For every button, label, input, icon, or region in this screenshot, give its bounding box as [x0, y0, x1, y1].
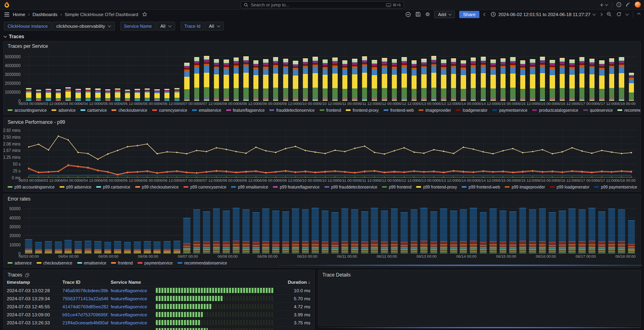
legend-item[interactable]: p99 frontend-web — [462, 185, 500, 189]
cell-trace-id-link[interactable]: b91ce47d753709695f1d... — [62, 312, 108, 317]
cell-trace-id-link[interactable]: 41474d0769d85ee2828... — [62, 304, 108, 309]
dashboard-insights-icon[interactable] — [405, 12, 411, 17]
legend-item[interactable]: loadgenerator — [456, 108, 487, 113]
cell-service-name-link[interactable]: featureflagservice — [111, 288, 153, 293]
legend-item[interactable]: accountingservice — [8, 108, 47, 113]
time-range-picker[interactable]: 2024-06-02 12:01:51 to 2024-06-18 11:27:… — [491, 12, 595, 17]
table-row[interactable]: 2024-07-03 13:02:28745a59078cbdeec39b7..… — [4, 286, 314, 294]
legend-item[interactable]: p99 currencyservice — [184, 185, 226, 189]
y-axis-label: 2.08 mins — [3, 141, 21, 146]
legend-item[interactable]: p99 checkoutservice — [135, 185, 179, 189]
legend-item[interactable]: frontend-proxy — [346, 108, 378, 113]
legend-item[interactable]: p99 emailservice — [231, 185, 268, 189]
help-icon[interactable]: ? — [616, 2, 621, 7]
cell-service-name-link[interactable]: featureflagservice — [111, 296, 153, 301]
bar-segment-frontend-proxy — [155, 93, 160, 98]
time-shift-forward-icon[interactable] — [600, 13, 602, 16]
chart-plot-area[interactable] — [24, 204, 636, 254]
bar-segment-recommendationservice — [411, 209, 418, 241]
legend-item[interactable]: adservice — [8, 261, 32, 265]
legend-item[interactable]: quoteservice — [583, 108, 613, 113]
time-shift-back-icon[interactable] — [484, 13, 486, 16]
breadcrumb-home[interactable]: Home — [13, 12, 25, 17]
legend-item[interactable]: p99 adservice — [60, 185, 91, 189]
legend-item[interactable]: adservice — [52, 108, 76, 113]
legend-item[interactable]: emailservice — [77, 261, 107, 265]
legend-item[interactable]: p99 frontend-proxy — [416, 185, 457, 189]
legend-item[interactable]: productcatalogservice — [532, 108, 578, 113]
variable-value-dropdown[interactable]: All — [205, 22, 224, 31]
column-header-duration[interactable]: Duration↓ — [277, 280, 310, 285]
legend-item[interactable]: frontend — [320, 108, 341, 113]
dashboard-settings-gear-icon[interactable]: ⚙ — [425, 11, 430, 17]
grafana-logo[interactable] — [3, 1, 10, 8]
cell-trace-id-link[interactable]: 75563771413a22a54618... — [62, 296, 108, 301]
legend-item[interactable]: emailservice — [192, 108, 221, 113]
x-axis-label: 06/10 00:00 — [297, 101, 317, 106]
legend-item[interactable]: p99 cartservice — [96, 185, 130, 189]
panel-title[interactable]: Trace Details — [318, 270, 640, 279]
panel-title[interactable]: Error rates — [4, 194, 640, 203]
legend-item[interactable]: frontend — [111, 261, 133, 265]
legend-item[interactable]: p99 frauddetectionservice — [324, 185, 378, 189]
variable-value-dropdown[interactable]: All — [156, 22, 175, 31]
favorite-star-icon[interactable] — [142, 12, 147, 17]
legend-item[interactable]: recommendationservice — [617, 108, 640, 113]
refresh-icon[interactable] — [616, 12, 621, 17]
legend-item[interactable]: cartservice — [80, 108, 107, 113]
table-row[interactable]: 2024-07-03 13:09:00b91ce47d753709695f1d.… — [4, 310, 314, 318]
panel-links-icon[interactable] — [25, 273, 29, 277]
legend-item[interactable]: p99 paymentservice — [594, 185, 637, 189]
cell-trace-id-link[interactable]: 745a59078cbdeec39b7... — [62, 288, 108, 293]
legend-item[interactable]: checkoutservice — [37, 261, 72, 265]
legend-item[interactable]: p99 loadgenerator — [550, 185, 589, 189]
news-icon[interactable] — [625, 2, 631, 7]
legend-item[interactable]: imageprovider — [419, 108, 451, 113]
table-row[interactable]: 2024-07-03 13:26:3321ff4a0ceeaeb4fd90af0… — [4, 318, 314, 326]
y-axis-label: 50000 — [9, 207, 21, 211]
legend-item[interactable]: checkoutservice — [111, 108, 147, 113]
legend-item[interactable]: frauddetectionservice — [269, 108, 314, 113]
share-button[interactable]: Share — [459, 11, 480, 18]
legend-item[interactable]: p99 featureflagservice — [273, 185, 319, 189]
panel-title[interactable]: Traces per Service — [4, 41, 640, 50]
column-header-timestamp[interactable]: timestamp — [7, 280, 60, 285]
cell-service-name-link[interactable]: featureflagservice — [111, 320, 153, 325]
legend-item[interactable]: currencyservice — [152, 108, 187, 113]
mega-menu-icon[interactable] — [4, 12, 10, 17]
legend-item[interactable]: p99 imageprovider — [505, 185, 545, 189]
legend-item[interactable]: recommendationservice — [178, 261, 227, 265]
user-avatar[interactable] — [635, 2, 641, 8]
legend-item[interactable]: p99 frontend — [382, 185, 411, 189]
cell-service-name-link[interactable]: featureflagservice — [111, 312, 153, 317]
search-input[interactable] — [251, 2, 384, 7]
zoom-out-time-icon[interactable] — [607, 12, 612, 17]
chart-plot-area[interactable] — [24, 127, 636, 178]
legend-item[interactable]: p99 accountingservice — [8, 185, 55, 189]
row-header-traces[interactable]: Traces — [0, 33, 644, 41]
breadcrumb-dashboards[interactable]: Dashboards — [33, 12, 58, 17]
save-dashboard-icon[interactable] — [415, 12, 421, 17]
legend-item[interactable]: paymentservice — [492, 108, 527, 113]
variable-value-dropdown[interactable]: clickhouse-observability — [52, 22, 115, 31]
table-row[interactable]: 2024-07-03 12:45:5541474d0769d85ee2828..… — [4, 302, 314, 310]
chart-plot-area[interactable] — [24, 51, 636, 101]
collapse-toolbar-icon[interactable] — [638, 13, 640, 16]
column-header-trace-id[interactable]: Trace ID — [62, 280, 108, 285]
panel-title[interactable]: Traces — [8, 272, 22, 278]
legend-item[interactable]: paymentservice — [138, 261, 173, 265]
legend-item[interactable]: featureflagservice — [226, 108, 265, 113]
cell-trace-id-link[interactable]: 21ff4a0ceeaeb4fd90af0... — [62, 320, 108, 325]
column-header-service-name[interactable]: Service Name — [111, 280, 153, 285]
add-panel-button[interactable]: Add — [434, 11, 454, 18]
new-item-button[interactable]: + — [600, 2, 608, 8]
panel-title[interactable]: Service Performance - p99 — [4, 117, 640, 126]
table-row[interactable]: 2024-07-03 13:29:3475563771413a22a54618.… — [4, 294, 314, 302]
legend-item[interactable]: frontend-web — [384, 108, 414, 113]
cell-service-name-link[interactable]: featureflagservice — [111, 304, 153, 309]
search-bar[interactable]: ⌘+k — [241, 1, 404, 8]
refresh-interval-dropdown[interactable] — [626, 13, 628, 16]
bar-segment-frontend — [371, 244, 378, 247]
bar-segment-paymentservice — [361, 242, 368, 245]
table-row[interactable] — [4, 326, 314, 330]
